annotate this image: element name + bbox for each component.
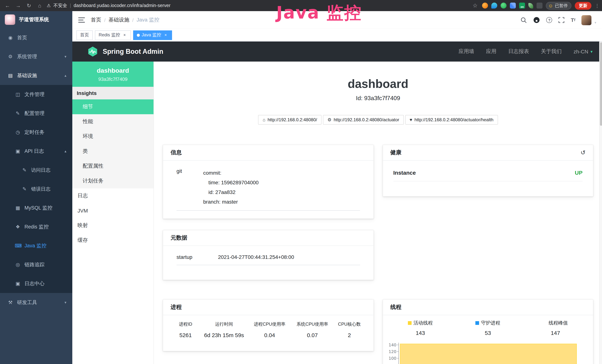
sba-locale-select[interactable]: zh-CN ▾ — [574, 49, 592, 54]
url-text[interactable]: dashboard.yudao.iocoder.cn/infra/admin-s… — [74, 3, 171, 8]
github-icon[interactable] — [533, 17, 540, 23]
sidebar-item-infrastructure[interactable]: ▤ 基础设施 ▴ — [0, 66, 72, 85]
security-warning-icon[interactable]: ⚠ — [47, 3, 51, 8]
sba-instance-header[interactable]: dashboard 93a3fc7f7409 — [72, 62, 153, 87]
extension-leaf-icon[interactable] — [528, 3, 533, 8]
extension-grid-icon[interactable] — [510, 3, 516, 9]
paused-label: 已暂停 — [555, 3, 568, 8]
edit-icon: ✎ — [15, 110, 21, 116]
sba-item-metrics[interactable]: 性能 — [72, 114, 153, 129]
address-bar[interactable]: ⚠ 不安全 | dashboard.yudao.iocoder.cn/infra… — [47, 2, 468, 9]
sba-nav-journal[interactable]: 日志报表 — [508, 48, 529, 55]
instance-name: dashboard — [75, 67, 151, 75]
browser-menu-icon[interactable]: ⋮ — [595, 3, 599, 8]
sidebar-item-redis-monitor[interactable]: ❖ Redis 监控 — [0, 217, 72, 236]
font-size-icon[interactable]: TT — [571, 17, 575, 23]
bookmark-star-icon[interactable]: ☆ — [471, 2, 479, 9]
breadcrumb-home[interactable]: 首页 — [91, 17, 101, 23]
extensions-puzzle-icon[interactable] — [537, 3, 542, 9]
sidebar-item-mysql-monitor[interactable]: ▦ MySQL 监控 — [0, 198, 72, 217]
sba-insights-group: 细节 性能 环境 类 配置属性 计划任务 — [72, 99, 153, 188]
health-url-button[interactable]: ♥ http://192.168.0.2:48080/actuator/heal… — [405, 115, 498, 125]
wrench-icon: ⚙ — [327, 117, 332, 122]
legend-peak-threads: 线程峰值 147 — [522, 320, 589, 336]
tab-home[interactable]: 首页 — [76, 30, 93, 40]
sba-brand[interactable]: Spring Boot Admin — [87, 46, 163, 57]
hamburger-icon[interactable] — [78, 17, 85, 23]
sidebar-item-log-center[interactable]: ▣ 日志中心 — [0, 274, 72, 293]
gear-icon: ⚙ — [7, 54, 13, 59]
svg-text:100: 100 — [388, 356, 396, 361]
sba-logo-icon — [87, 46, 98, 57]
fullscreen-icon[interactable] — [559, 17, 565, 23]
extension-drop-icon[interactable] — [491, 3, 497, 9]
health-instance-row[interactable]: Instance UP — [393, 170, 582, 181]
user-avatar[interactable] — [582, 15, 592, 25]
metadata-card: 元数据 startup 2021-04-27T00:44:31.254+08:0… — [163, 230, 374, 280]
sidebar-item-access-logs[interactable]: ✎ 访问日志 — [0, 161, 72, 180]
forward-icon[interactable]: → — [14, 3, 22, 9]
link-label: http://192.168.0.2:48080/ — [268, 117, 317, 122]
sidebar-item-home[interactable]: ◉ 首页 — [0, 28, 72, 47]
extension-fox-icon[interactable] — [482, 3, 488, 9]
sidebar-item-scheduled-jobs[interactable]: ◷ 定时任务 — [0, 123, 72, 142]
scrollbar-thumb[interactable] — [600, 42, 602, 126]
actuator-url-button[interactable]: ⚙ http://192.168.0.2:48080/actuator — [323, 115, 404, 125]
process-table: 进程ID 5261 运行时间 6d 23h 15m 59s — [163, 315, 373, 346]
profile-paused-chip[interactable]: ☺ 已暂停 — [546, 2, 571, 10]
page-subtitle: Id: 93a3fc7f7409 — [163, 95, 593, 102]
link-label: http://192.168.0.2:48080/actuator/health — [415, 117, 494, 122]
sidebar-item-system-management[interactable]: ⚙ 系统管理 ▾ — [0, 47, 72, 66]
tags-view-bar: 首页 Redis 监控 × Java 监控 × — [72, 29, 602, 42]
process-card: 进程 进程ID 5261 运行时间 6d 23h 15m 5 — [163, 299, 374, 351]
redis-icon: ❖ — [15, 224, 21, 230]
breadcrumb-infra[interactable]: 基础设施 — [108, 17, 129, 23]
avatar-caret-icon[interactable]: ▾ — [595, 21, 596, 25]
search-icon[interactable] — [521, 17, 527, 23]
back-icon[interactable]: ← — [4, 3, 11, 9]
sidebar-item-label: 基础设施 — [17, 72, 37, 79]
sidebar-item-label: Java 监控 — [24, 242, 46, 249]
sidebar-item-api-logs[interactable]: ▣ API 日志 ▴ — [0, 142, 72, 161]
sba-section-insights: Insights — [72, 87, 153, 99]
sidebar-item-dev-tools[interactable]: ⚒ 研发工具 ▾ — [0, 293, 72, 312]
chevron-down-icon: ▾ — [64, 54, 66, 59]
svg-text:120: 120 — [388, 349, 396, 354]
sba-nav-wallboard[interactable]: 应用墙 — [459, 48, 474, 55]
sba-item-jvm[interactable]: JVM — [72, 203, 153, 218]
browser-home-icon[interactable]: ⌂ — [36, 3, 43, 9]
sba-nav-about[interactable]: 关于我们 — [541, 48, 562, 55]
sba-item-config-props[interactable]: 配置属性 — [72, 159, 153, 173]
page-scrollbar[interactable] — [599, 42, 602, 364]
sba-item-details[interactable]: 细节 — [72, 99, 153, 114]
extension-green-circle-icon[interactable] — [501, 3, 506, 9]
app-logo[interactable]: 芋道管理系统 — [0, 11, 72, 28]
instance-id: 93a3fc7f7409 — [75, 76, 151, 82]
browser-update-button[interactable]: 更新 — [575, 2, 591, 10]
sba-item-logs[interactable]: 日志 — [72, 188, 153, 203]
close-icon[interactable]: × — [163, 32, 168, 38]
sba-item-scheduled-tasks[interactable]: 计划任务 — [72, 173, 153, 188]
on-badge: on — [519, 6, 525, 8]
sidebar-item-error-logs[interactable]: ✎ 错误日志 — [0, 180, 72, 198]
close-icon[interactable]: × — [122, 32, 127, 38]
sba-item-mappings[interactable]: 映射 — [72, 218, 153, 233]
sba-item-classes[interactable]: 类 — [72, 144, 153, 159]
link-label: http://192.168.0.2:48080/actuator — [334, 117, 399, 122]
sba-item-environment[interactable]: 环境 — [72, 129, 153, 144]
sidebar-item-file-management[interactable]: ◫ 文件管理 — [0, 85, 72, 104]
sidebar-item-label: 研发工具 — [17, 299, 37, 306]
sba-nav-applications[interactable]: 应用 — [486, 48, 496, 55]
reload-icon[interactable]: ↻ — [25, 3, 33, 9]
history-icon[interactable]: ↺ — [580, 149, 585, 156]
tab-java-monitor[interactable]: Java 监控 × — [133, 30, 172, 40]
sidebar-item-tracing[interactable]: ◎ 链路追踪 — [0, 255, 72, 274]
help-icon[interactable]: ? — [546, 17, 552, 23]
sidebar-item-java-monitor[interactable]: ⌨ Java 监控 — [0, 236, 72, 255]
sidebar-item-config-management[interactable]: ✎ 配置管理 — [0, 104, 72, 123]
security-warning-label: 不安全 — [54, 2, 67, 9]
instance-url-button[interactable]: ⌂ http://192.168.0.2:48080/ — [258, 115, 322, 125]
extension-on-switch-icon[interactable]: on — [519, 3, 525, 9]
sba-item-caches[interactable]: 缓存 — [72, 233, 153, 248]
tab-redis-monitor[interactable]: Redis 监控 × — [95, 30, 131, 40]
